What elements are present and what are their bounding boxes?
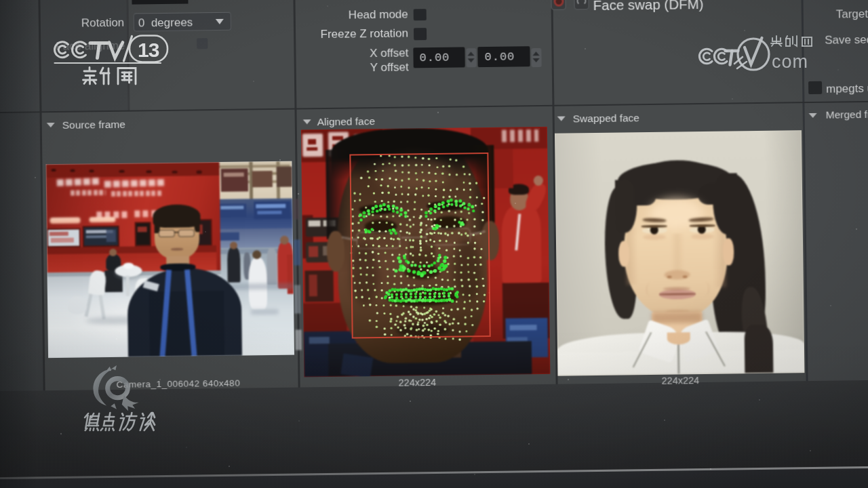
svg-text:13: 13 <box>138 39 159 61</box>
svg-text:com: com <box>772 52 808 72</box>
